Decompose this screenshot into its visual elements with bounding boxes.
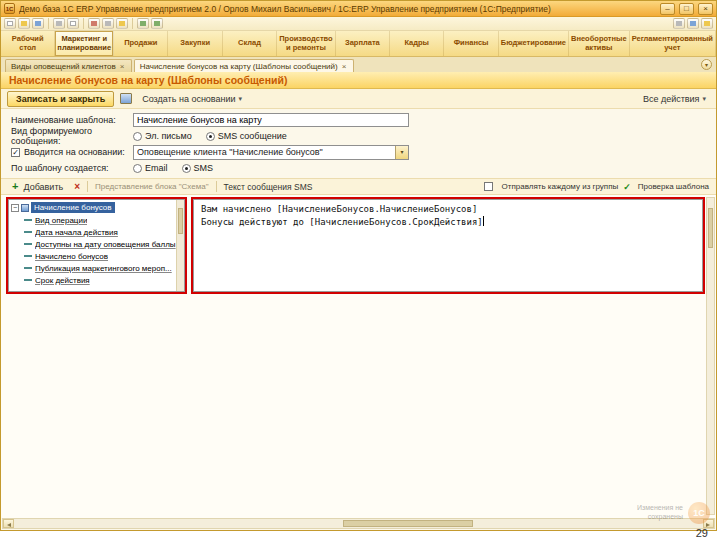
- radio-option-email2[interactable]: Email: [133, 163, 168, 173]
- form-area: Наименование шаблона: Вид формируемого с…: [1, 109, 716, 178]
- section-desktop[interactable]: Рабочий стол: [1, 31, 55, 56]
- delete-icon[interactable]: ×: [74, 181, 80, 192]
- based-on-checkbox[interactable]: ✓: [11, 148, 20, 157]
- watermark-line: сохранены: [637, 513, 683, 522]
- section-finance[interactable]: Финансы: [444, 31, 498, 56]
- collapse-icon[interactable]: −: [11, 204, 19, 212]
- section-production[interactable]: Производство и ремонты: [277, 31, 336, 56]
- copy-icon[interactable]: [102, 18, 114, 29]
- text-cursor: [483, 216, 484, 226]
- all-actions-button[interactable]: Все действия ▾: [639, 93, 710, 105]
- form-row-created-by: По шаблону создается: Email SMS: [1, 160, 716, 176]
- calendar-icon[interactable]: [687, 18, 699, 29]
- window-title: Демо база 1С ERP Управление предприятием…: [19, 4, 656, 14]
- 1c-logo: 1С: [688, 502, 710, 524]
- based-on-combo[interactable]: Оповещение клиента "Начисление бонусов" …: [133, 145, 409, 160]
- template-toolbar: + Добавить × Представление блока "Схема"…: [1, 178, 716, 195]
- horizontal-scrollbar[interactable]: [2, 518, 715, 529]
- tree-item[interactable]: Публикация маркетингового мероп...: [9, 262, 184, 274]
- dropdown-button[interactable]: ▾: [395, 146, 408, 159]
- sms-text-tab[interactable]: Текст сообщения SMS: [224, 182, 313, 192]
- scroll-left-arrow-icon[interactable]: [3, 519, 14, 528]
- fields-tree: − Начисление бонусов Вид операции Дата н…: [8, 199, 185, 292]
- add-field-button[interactable]: + Добавить: [8, 181, 67, 193]
- tab-close-icon[interactable]: ×: [341, 62, 348, 71]
- minimize-button[interactable]: –: [660, 3, 675, 15]
- tab-list-button[interactable]: ▾: [701, 59, 712, 70]
- section-label: Финансы: [454, 39, 489, 48]
- tree-scrollbar[interactable]: [176, 200, 184, 291]
- template-editor: − Начисление бонусов Вид операции Дата н…: [1, 195, 716, 518]
- section-sales[interactable]: Продажи: [114, 31, 168, 56]
- template-name-input[interactable]: [133, 113, 409, 127]
- window-titlebar: 1С Демо база 1С ERP Управление предприят…: [1, 1, 716, 17]
- tree-item-label: Вид операции: [35, 216, 87, 225]
- message-line: Бонусы действуют до [НачислениеБонусов.С…: [201, 217, 483, 227]
- tree-item[interactable]: Доступны на дату оповещения баллы: [9, 238, 184, 250]
- form-row-based-on: ✓ Вводится на основании: Оповещение клие…: [1, 144, 716, 160]
- section-payroll[interactable]: Зарплата: [336, 31, 390, 56]
- send-each-checkbox[interactable]: [484, 182, 493, 191]
- message-line: Вам начислено [НачислениеБонусов.Начисле…: [201, 204, 477, 214]
- section-label: Производство и ремонты: [279, 35, 333, 52]
- save-icon[interactable]: [120, 93, 132, 104]
- message-text-editor[interactable]: Вам начислено [НачислениеБонусов.Начисле…: [193, 199, 703, 292]
- create-based-on-button[interactable]: Создать на основании ▾: [138, 93, 246, 105]
- save-and-close-button[interactable]: Записать и закрыть: [7, 91, 114, 107]
- section-fixed-assets[interactable]: Внеоборотные активы: [569, 31, 630, 56]
- section-label: Кадры: [404, 39, 429, 48]
- tree-root-row[interactable]: − Начисление бонусов: [9, 201, 184, 214]
- open-icon[interactable]: [18, 18, 30, 29]
- check-template-button[interactable]: Проверка шаблона: [638, 182, 709, 191]
- app-window: 1С Демо база 1С ERP Управление предприят…: [0, 0, 717, 531]
- tree-root-label: Начисление бонусов: [31, 202, 115, 213]
- help-icon[interactable]: [701, 18, 713, 29]
- section-warehouse[interactable]: Склад: [223, 31, 277, 56]
- section-budgeting[interactable]: Бюджетирование: [499, 31, 569, 56]
- section-label: Склад: [238, 39, 261, 48]
- tab-bonus-template[interactable]: Начисление бонусов на карту (Шаблоны соо…: [134, 59, 354, 72]
- radio-icon[interactable]: [133, 132, 142, 141]
- close-button[interactable]: ×: [698, 3, 713, 15]
- radio-icon[interactable]: [182, 164, 191, 173]
- section-label: Внеоборотные активы: [571, 35, 627, 52]
- section-purchases[interactable]: Закупки: [168, 31, 222, 56]
- toolbar-separator: [216, 181, 217, 192]
- section-hr[interactable]: Кадры: [390, 31, 444, 56]
- cut-icon[interactable]: [88, 18, 100, 29]
- radio-icon[interactable]: [206, 132, 215, 141]
- section-marketing[interactable]: Маркетинг и планирование: [55, 31, 114, 56]
- radio-option-sms[interactable]: SMS: [182, 163, 214, 173]
- maximize-button[interactable]: □: [679, 3, 694, 15]
- tree-item[interactable]: Дата начала действия: [9, 226, 184, 238]
- tab-notification-kinds[interactable]: Виды оповещений клиентов ×: [5, 59, 132, 72]
- form-vertical-scrollbar[interactable]: [706, 197, 715, 515]
- field-icon: [24, 255, 32, 257]
- undo-icon[interactable]: [137, 18, 149, 29]
- section-regulated-accounting[interactable]: Регламентированный учет: [630, 31, 716, 56]
- toolbar-separator: [48, 18, 49, 29]
- calculator-icon[interactable]: [673, 18, 685, 29]
- tree-item[interactable]: Срок действия: [9, 274, 184, 286]
- scrollbar-thumb[interactable]: [343, 520, 473, 527]
- message-text[interactable]: Вам начислено [НачислениеБонусов.Начисле…: [194, 200, 702, 232]
- radio-option-email[interactable]: Эл. письмо: [133, 131, 192, 141]
- radio-option-sms-message[interactable]: SMS сообщение: [206, 131, 287, 141]
- preview-icon[interactable]: [67, 18, 79, 29]
- tree-item[interactable]: Начислено бонусов: [9, 250, 184, 262]
- scrollbar-thumb[interactable]: [178, 208, 183, 234]
- created-by-radio-group: Email SMS: [133, 163, 213, 173]
- radio-icon[interactable]: [133, 164, 142, 173]
- print-icon[interactable]: [53, 18, 65, 29]
- new-document-icon[interactable]: [4, 18, 16, 29]
- plus-icon: +: [12, 182, 18, 191]
- save-icon[interactable]: [32, 18, 44, 29]
- message-kind-radio-group: Эл. письмо SMS сообщение: [133, 131, 287, 141]
- paste-icon[interactable]: [116, 18, 128, 29]
- scrollbar-thumb[interactable]: [708, 208, 713, 248]
- message-text-highlight: Вам начислено [НачислениеБонусов.Начисле…: [191, 197, 705, 294]
- tree-item[interactable]: Вид операции: [9, 214, 184, 226]
- redo-icon[interactable]: [151, 18, 163, 29]
- tab-close-icon[interactable]: ×: [119, 62, 126, 71]
- field-icon: [24, 243, 32, 245]
